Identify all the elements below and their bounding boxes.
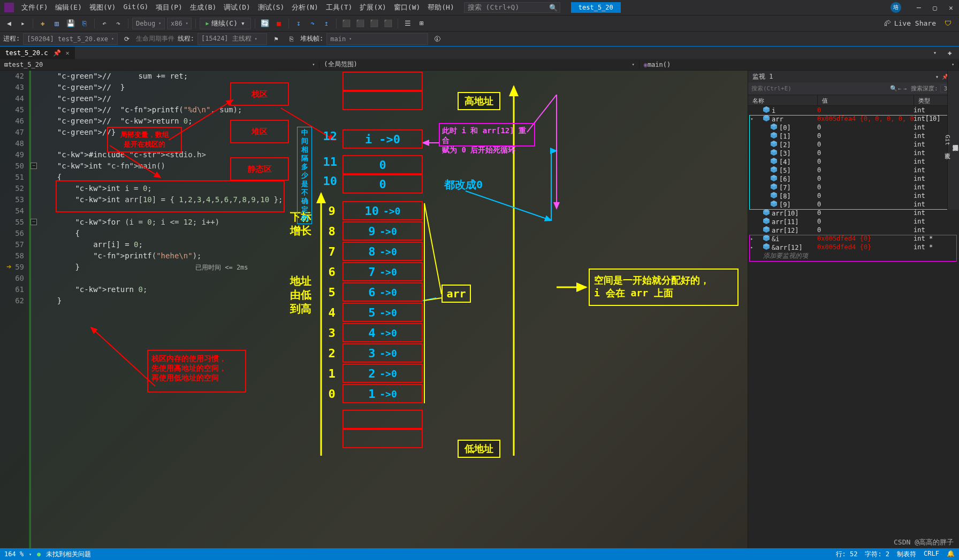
col-name[interactable]: 名称 bbox=[748, 95, 818, 105]
menu-item[interactable]: 测试(S) bbox=[255, 1, 287, 14]
menu-item[interactable]: 调试(D) bbox=[220, 1, 253, 14]
open-button[interactable]: ▥ bbox=[51, 18, 63, 29]
menu-item[interactable]: 视图(V) bbox=[86, 1, 119, 14]
thread-dropdown[interactable]: [15424] 主线程▾ bbox=[197, 33, 267, 45]
global-search-box[interactable]: 搜索 (Ctrl+Q) 🔍 bbox=[464, 2, 560, 13]
watch-row[interactable]: ▾arr0x005dfea4 {0, 0, 0, 0, 0, 0, 0, 0, … bbox=[748, 114, 959, 123]
continue-button[interactable]: ▶继续(C)▾ bbox=[200, 18, 250, 29]
search-next-icon[interactable]: → bbox=[903, 86, 907, 91]
nav-scope-global[interactable]: (全局范围)▾ bbox=[319, 60, 639, 69]
search-icon[interactable]: 🔍 bbox=[889, 85, 898, 92]
main-menu[interactable]: 文件(F)编辑(E)视图(V)Git(G)项目(P)生成(B)调试(D)测试(S… bbox=[18, 1, 458, 14]
issues-status[interactable]: 未找到相关问题 bbox=[46, 550, 91, 559]
search-prev-icon[interactable]: ← bbox=[898, 86, 901, 91]
menu-item[interactable]: 帮助(H) bbox=[424, 1, 457, 14]
watch-body[interactable]: i0int▾arr0x005dfea4 {0, 0, 0, 0, 0, 0, 0… bbox=[748, 106, 959, 548]
tb-icon-4[interactable]: ⬛ bbox=[382, 18, 394, 29]
menu-item[interactable]: Git(G) bbox=[120, 1, 151, 14]
platform-dropdown[interactable]: x86▾ bbox=[167, 18, 192, 29]
tab-overflow-button[interactable]: ▾ bbox=[929, 47, 941, 59]
lifecycle-events-button[interactable]: ⟳ bbox=[121, 33, 133, 45]
info-icon[interactable]: 🛈 bbox=[431, 33, 443, 45]
cursor-char[interactable]: 字符: 2 bbox=[865, 550, 889, 559]
new-item-button[interactable]: ✚ bbox=[37, 18, 49, 29]
tb-icon-1[interactable]: ⬛ bbox=[340, 18, 352, 29]
add-watch-item[interactable]: 添加要监视的项 bbox=[748, 251, 959, 260]
tab-add-button[interactable]: ✚ bbox=[944, 47, 956, 59]
solution-name-pill[interactable]: test_5_20 bbox=[571, 2, 621, 13]
watch-row[interactable]: [6]0int bbox=[748, 174, 959, 183]
stop-debug-button[interactable]: ■ bbox=[273, 18, 285, 29]
menu-item[interactable]: 工具(T) bbox=[323, 1, 355, 14]
zoom-chev-icon[interactable]: ▾ bbox=[29, 552, 32, 557]
nav-scope-project[interactable]: ⊞ test_5_20▾ bbox=[0, 61, 319, 68]
watch-dropdown-icon[interactable]: ▾ bbox=[935, 74, 939, 80]
file-tab[interactable]: test_5_20.c 📌 ✕ bbox=[0, 47, 75, 59]
pin-icon[interactable]: 📌 bbox=[53, 49, 61, 57]
redo-button[interactable]: ↷ bbox=[112, 18, 124, 29]
col-value[interactable]: 值 bbox=[818, 95, 914, 105]
menu-item[interactable]: 窗口(W) bbox=[391, 1, 423, 14]
zoom-level[interactable]: 164 % bbox=[4, 550, 24, 558]
minimize-button[interactable]: ─ bbox=[915, 4, 923, 12]
fold-toggle[interactable]: − bbox=[31, 163, 37, 169]
watch-row[interactable]: [8]0int bbox=[748, 191, 959, 200]
save-all-button[interactable]: ⎘ bbox=[79, 18, 90, 29]
tb-icon-5[interactable]: ☰ bbox=[402, 18, 414, 29]
watch-row[interactable]: arr[12]0int bbox=[748, 226, 959, 234]
refresh-button[interactable]: 🔄 bbox=[259, 18, 271, 29]
step-out-button[interactable]: ↥ bbox=[321, 18, 332, 29]
tb-icon-6[interactable]: ⊞ bbox=[416, 18, 428, 29]
tb-icon-2[interactable]: ⬛ bbox=[354, 18, 366, 29]
nav-fwd-button[interactable]: ▸ bbox=[17, 18, 29, 29]
watch-row[interactable]: [7]0int bbox=[748, 183, 959, 191]
side-tab-strip[interactable]: 解决方案资源管理器 Git 更改 bbox=[947, 71, 959, 210]
config-dropdown[interactable]: Debug▾ bbox=[132, 18, 165, 29]
threads-icon[interactable]: ⎘ bbox=[285, 33, 297, 45]
close-window-button[interactable]: ✕ bbox=[947, 4, 955, 12]
fold-toggle[interactable]: − bbox=[31, 219, 37, 225]
process-dropdown[interactable]: [50204] test_5_20.exe▾ bbox=[23, 33, 118, 45]
user-avatar[interactable]: 培 bbox=[890, 2, 901, 13]
watch-row[interactable]: arr[11]0int bbox=[748, 217, 959, 226]
watch-row[interactable]: [9]0int bbox=[748, 200, 959, 209]
stackframe-dropdown[interactable]: main▾ bbox=[326, 33, 428, 45]
menu-item[interactable]: 文件(F) bbox=[18, 1, 51, 14]
status-bar: 164 % ▾ ● 未找到相关问题 行: 52 字符: 2 制表符 CRLF 🔔 bbox=[0, 548, 959, 560]
indent-mode[interactable]: 制表符 bbox=[897, 550, 916, 559]
save-button[interactable]: 💾 bbox=[65, 18, 77, 29]
side-tab-git[interactable]: Git 更改 bbox=[943, 77, 951, 206]
live-share-button[interactable]: ⮳ Live Share 🛡 bbox=[880, 19, 956, 27]
watch-row[interactable]: ▸&arr[12]0x005dfed4 {0}int * bbox=[748, 243, 959, 251]
menu-item[interactable]: 扩展(X) bbox=[356, 1, 389, 14]
watch-row[interactable]: arr[10]0int bbox=[748, 209, 959, 217]
menu-item[interactable]: 编辑(E) bbox=[52, 1, 85, 14]
watch-row[interactable]: [5]0int bbox=[748, 166, 959, 174]
watch-row[interactable]: [4]0int bbox=[748, 157, 959, 166]
watch-row[interactable]: [0]0int bbox=[748, 123, 959, 132]
watch-row[interactable]: ▸&i0x005dfed4 {0}int * bbox=[748, 234, 959, 243]
watch-row[interactable]: [2]0int bbox=[748, 140, 959, 149]
menu-item[interactable]: 分析(N) bbox=[288, 1, 321, 14]
side-tab-solution-explorer[interactable]: 解决方案资源管理器 bbox=[951, 74, 959, 206]
flag-icon[interactable]: ⚑ bbox=[270, 33, 282, 45]
nav-back-button[interactable]: ◀ bbox=[3, 18, 15, 29]
close-tab-icon[interactable]: ✕ bbox=[65, 49, 69, 57]
watch-row[interactable]: i0int bbox=[748, 106, 959, 114]
editor-area[interactable]: ➔ 42434445464748495051525354555657585960… bbox=[0, 71, 748, 548]
tb-icon-3[interactable]: ⬛ bbox=[368, 18, 380, 29]
menu-item[interactable]: 项目(P) bbox=[153, 1, 185, 14]
watch-row[interactable]: [3]0int bbox=[748, 149, 959, 157]
notifications-icon[interactable]: 🔔 bbox=[947, 550, 955, 559]
watch-row[interactable]: [1]0int bbox=[748, 132, 959, 140]
eol-mode[interactable]: CRLF bbox=[924, 550, 939, 559]
watch-search-input[interactable] bbox=[751, 85, 889, 92]
menu-item[interactable]: 生成(B) bbox=[187, 1, 219, 14]
undo-button[interactable]: ↶ bbox=[98, 18, 110, 29]
maximize-button[interactable]: ▢ bbox=[931, 4, 939, 12]
step-into-button[interactable]: ↧ bbox=[293, 18, 305, 29]
nav-scope-function[interactable]: ◉ main()▾ bbox=[640, 61, 959, 68]
search-icon[interactable]: 🔍 bbox=[549, 4, 557, 12]
cursor-line[interactable]: 行: 52 bbox=[836, 550, 858, 559]
step-over-button[interactable]: ↷ bbox=[307, 18, 318, 29]
